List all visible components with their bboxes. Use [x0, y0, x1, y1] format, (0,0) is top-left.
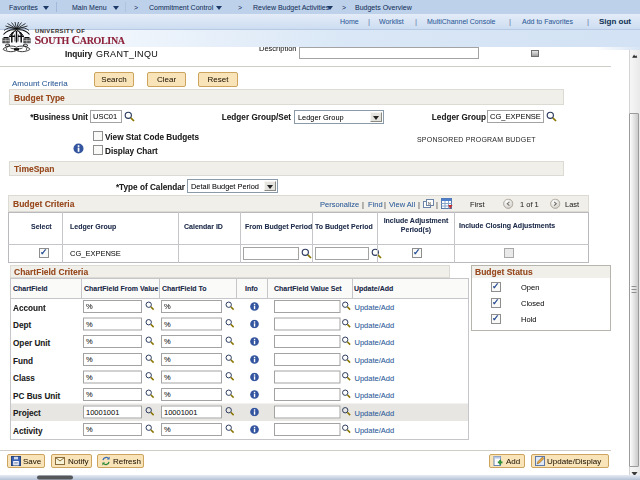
- svg-text:N: N: [428, 201, 431, 206]
